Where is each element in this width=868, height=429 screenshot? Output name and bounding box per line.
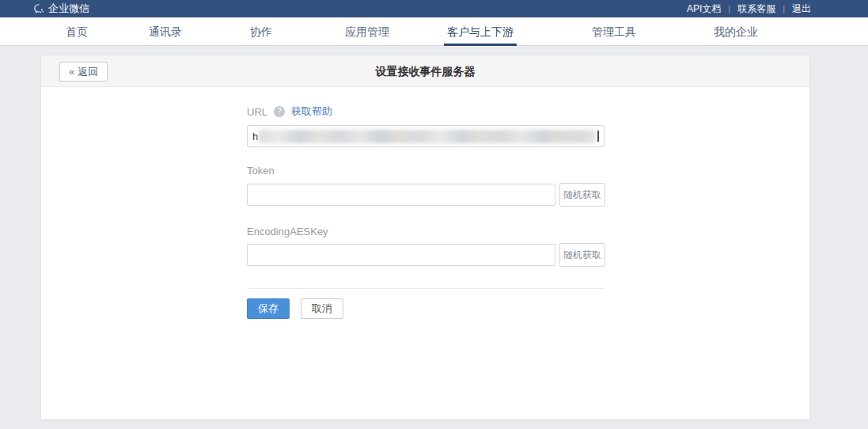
text-caret	[597, 131, 599, 142]
token-row: 随机获取	[247, 184, 611, 206]
back-button-label: 返回	[78, 65, 98, 79]
redacted-url-blur	[259, 130, 596, 143]
wework-logo-icon	[33, 3, 44, 14]
aeskey-row: 随机获取	[247, 244, 611, 266]
separator: |	[783, 4, 785, 13]
back-button[interactable]: « 返回	[59, 62, 108, 82]
nav-item-home[interactable]: 首页	[63, 17, 91, 46]
event-server-form: URL ? 获取帮助 h Token 随机获取 EncodingAESKey 随…	[247, 55, 611, 420]
aeskey-input[interactable]	[247, 244, 555, 266]
settings-panel: 设置接收事件服务器 « 返回 URL ? 获取帮助 h Token 随	[41, 55, 809, 420]
api-docs-link[interactable]: API文档	[687, 2, 721, 16]
nav-item-customers[interactable]: 客户与上下游	[444, 17, 517, 46]
nav-item-contacts[interactable]: 通讯录	[146, 17, 185, 46]
nav-item-company[interactable]: 我的企业	[711, 17, 761, 46]
aeskey-random-button[interactable]: 随机获取	[559, 243, 605, 267]
token-input[interactable]	[247, 184, 555, 206]
brand: 企业微信	[33, 0, 89, 17]
nav-item-tools[interactable]: 管理工具	[589, 17, 639, 46]
url-input[interactable]: h	[247, 125, 605, 147]
token-label: Token	[247, 165, 275, 177]
nav-item-apps[interactable]: 应用管理	[342, 17, 392, 46]
url-label-row: URL ? 获取帮助	[247, 104, 332, 119]
topbar: 企业微信 API文档 | 联系客服 | 退出	[0, 0, 868, 17]
logout-link[interactable]: 退出	[792, 2, 811, 16]
help-icon[interactable]: ?	[274, 106, 285, 117]
main-nav: 首页 通讯录 协作 应用管理 客户与上下游 管理工具 我的企业	[0, 17, 868, 46]
form-actions: 保存 取消	[247, 298, 343, 319]
separator: |	[728, 4, 730, 13]
brand-label: 企业微信	[48, 2, 89, 16]
cancel-button[interactable]: 取消	[301, 298, 343, 319]
aeskey-label: EncodingAESKey	[247, 226, 328, 237]
nav-item-collab[interactable]: 协作	[247, 17, 275, 46]
wework-admin-screen: 企业微信 API文档 | 联系客服 | 退出 首页 通讯录 协作 应用管理 客户…	[0, 0, 868, 429]
get-help-link[interactable]: 获取帮助	[291, 104, 332, 119]
save-button[interactable]: 保存	[247, 298, 290, 319]
back-chevron-icon: «	[69, 66, 74, 78]
form-divider	[247, 288, 605, 289]
token-random-button[interactable]: 随机获取	[559, 183, 605, 207]
contact-support-link[interactable]: 联系客服	[737, 2, 775, 16]
url-label: URL	[247, 106, 267, 118]
topbar-links: API文档 | 联系客服 | 退出	[687, 0, 811, 17]
url-value-visible: h	[252, 131, 258, 142]
